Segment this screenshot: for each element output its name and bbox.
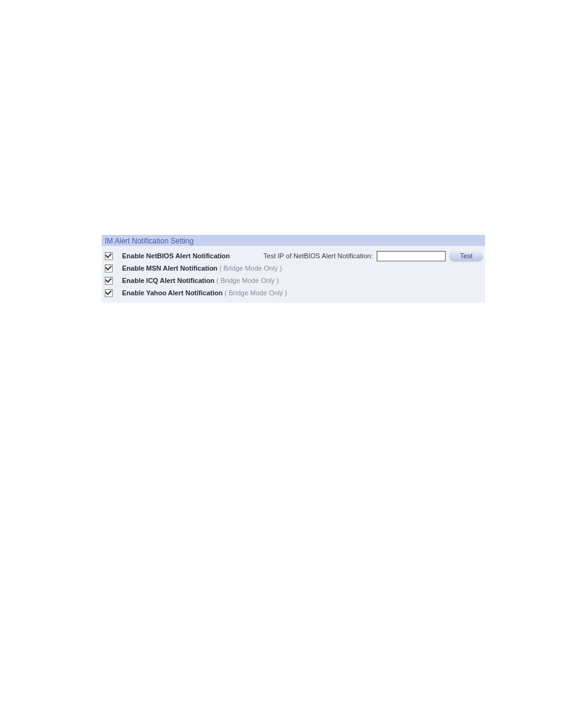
label-yahoo: Enable Yahoo Alert Notification ( Bridge… <box>122 289 287 297</box>
row-msn: Enable MSN Alert Notification ( Bridge M… <box>104 262 483 274</box>
test-ip-input[interactable] <box>377 251 446 261</box>
checkbox-cell <box>104 277 122 285</box>
label-yahoo-note: ( Bridge Mode Only ) <box>223 289 287 297</box>
checkbox-netbios[interactable] <box>105 252 113 260</box>
label-icq: Enable ICQ Alert Notification ( Bridge M… <box>122 277 279 284</box>
panel-title: IM Alert Notification Setting <box>102 235 485 246</box>
row-yahoo: Enable Yahoo Alert Notification ( Bridge… <box>104 287 483 299</box>
row-icq: Enable ICQ Alert Notification ( Bridge M… <box>104 274 483 287</box>
label-netbios: Enable NetBIOS Alert Notification <box>122 252 230 260</box>
checkbox-msn[interactable] <box>105 264 113 272</box>
label-msn-text: Enable MSN Alert Notification <box>122 264 218 272</box>
checkbox-cell <box>104 289 122 297</box>
row-netbios: Enable NetBIOS Alert Notification Test I… <box>104 250 483 262</box>
checkbox-yahoo[interactable] <box>105 289 113 297</box>
label-yahoo-text: Enable Yahoo Alert Notification <box>122 289 223 297</box>
checkbox-cell <box>104 252 122 260</box>
test-ip-label: Test IP of NetBIOS Alert Notification: <box>239 252 373 260</box>
panel-body: Enable NetBIOS Alert Notification Test I… <box>102 246 485 303</box>
label-msn-note: ( Bridge Mode Only ) <box>218 264 282 272</box>
label-icq-note: ( Bridge Mode Only ) <box>214 277 279 284</box>
checkbox-cell <box>104 264 122 272</box>
label-msn: Enable MSN Alert Notification ( Bridge M… <box>122 264 282 272</box>
im-alert-panel: IM Alert Notification Setting Enable Net… <box>102 235 485 303</box>
label-icq-text: Enable ICQ Alert Notification <box>122 277 214 284</box>
checkbox-icq[interactable] <box>105 277 113 285</box>
label-netbios-text: Enable NetBIOS Alert Notification <box>122 252 230 260</box>
test-button[interactable]: Test <box>449 251 483 261</box>
netbios-test-group: Test IP of NetBIOS Alert Notification: T… <box>239 251 483 261</box>
